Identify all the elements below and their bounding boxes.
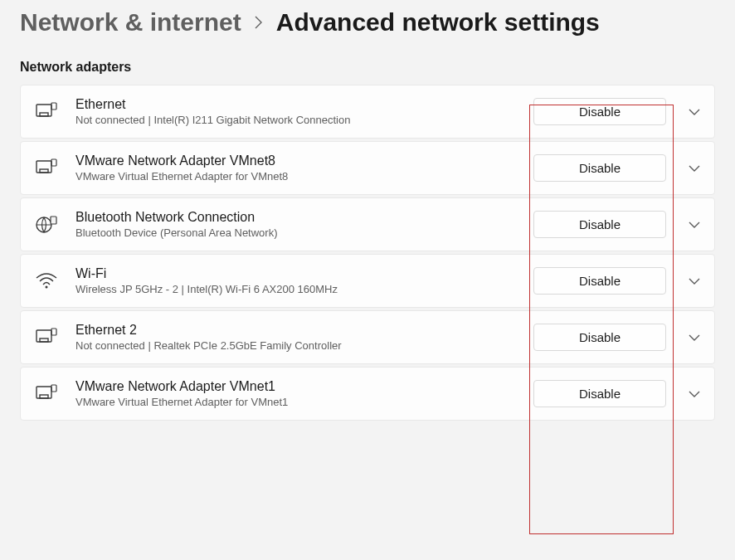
adapter-row[interactable]: VMware Network Adapter VMnet8 VMware Vir…: [20, 141, 715, 195]
adapter-row[interactable]: Ethernet 2 Not connected | Realtek PCIe …: [20, 310, 715, 364]
adapter-description: Not connected | Realtek PCIe 2.5GbE Fami…: [75, 339, 515, 352]
svg-rect-13: [40, 395, 48, 398]
adapter-title: Ethernet 2: [75, 323, 515, 338]
adapter-title: Bluetooth Network Connection: [75, 210, 515, 225]
adapter-description: VMware Virtual Ethernet Adapter for VMne…: [75, 170, 515, 183]
chevron-down-icon[interactable]: [686, 386, 703, 402]
breadcrumb: Network & internet Advanced network sett…: [0, 8, 735, 60]
adapter-title: VMware Network Adapter VMnet1: [75, 379, 515, 394]
breadcrumb-parent[interactable]: Network & internet: [20, 8, 241, 37]
svg-point-8: [46, 285, 48, 288]
svg-rect-5: [51, 159, 56, 166]
adapter-row[interactable]: VMware Network Adapter VMnet1 VMware Vir…: [20, 367, 715, 421]
chevron-down-icon[interactable]: [686, 104, 703, 120]
adapter-row[interactable]: Wi-Fi Wireless JP 5GHz - 2 | Intel(R) Wi…: [20, 254, 715, 308]
svg-rect-7: [51, 217, 56, 224]
wifi-icon: [36, 270, 57, 292]
chevron-down-icon[interactable]: [686, 273, 703, 290]
adapter-description: Bluetooth Device (Personal Area Network): [75, 226, 515, 239]
svg-rect-9: [37, 330, 51, 342]
svg-rect-10: [40, 338, 48, 342]
disable-button[interactable]: Disable: [533, 267, 666, 295]
adapter-description: Not connected | Intel(R) I211 Gigabit Ne…: [75, 114, 515, 126]
ethernet-icon: [36, 101, 57, 123]
disable-button[interactable]: Disable: [533, 154, 666, 182]
section-heading: Network adapters: [0, 60, 735, 85]
ethernet-icon: [36, 327, 57, 348]
svg-rect-3: [37, 161, 51, 173]
chevron-right-icon: [255, 16, 263, 33]
adapter-title: Ethernet: [75, 97, 515, 112]
bluetooth-network-icon: [36, 214, 57, 236]
disable-button[interactable]: Disable: [533, 211, 666, 238]
chevron-down-icon[interactable]: [686, 160, 703, 177]
adapter-description: Wireless JP 5GHz - 2 | Intel(R) Wi-Fi 6 …: [75, 283, 515, 295]
svg-rect-4: [40, 169, 48, 173]
svg-rect-12: [37, 387, 51, 398]
adapter-row[interactable]: Bluetooth Network Connection Bluetooth D…: [20, 197, 715, 251]
svg-rect-1: [40, 113, 48, 116]
disable-button[interactable]: Disable: [533, 380, 666, 407]
svg-rect-11: [51, 329, 56, 335]
svg-rect-14: [51, 385, 56, 392]
chevron-down-icon[interactable]: [686, 329, 703, 346]
disable-button[interactable]: Disable: [533, 324, 666, 351]
svg-rect-2: [51, 103, 56, 110]
adapter-description: VMware Virtual Ethernet Adapter for VMne…: [75, 396, 515, 408]
svg-rect-0: [37, 105, 51, 116]
breadcrumb-current: Advanced network settings: [276, 8, 600, 37]
ethernet-icon: [36, 383, 57, 405]
adapter-list: Ethernet Not connected | Intel(R) I211 G…: [0, 85, 735, 421]
ethernet-icon: [36, 158, 57, 179]
adapter-title: VMware Network Adapter VMnet8: [75, 153, 515, 168]
disable-button[interactable]: Disable: [533, 98, 666, 125]
chevron-down-icon[interactable]: [686, 217, 703, 233]
adapter-title: Wi-Fi: [75, 266, 515, 281]
adapter-row[interactable]: Ethernet Not connected | Intel(R) I211 G…: [20, 85, 715, 139]
